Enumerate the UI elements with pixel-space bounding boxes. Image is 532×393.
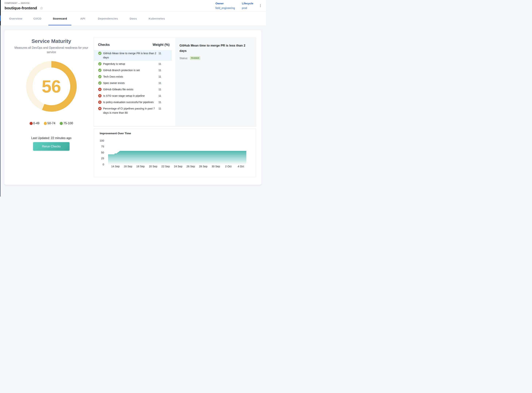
owner-label: Owner	[215, 2, 235, 5]
check-row[interactable]: Is policy evaluation successful for pipe…	[98, 99, 172, 105]
checks-list: Checks Weight (%) GitHub Mean time to me…	[94, 38, 175, 126]
improvement-area-chart: 100755025014 Sep16 Sep18 Sep20 Sep22 Sep…	[94, 129, 256, 177]
check-row[interactable]: Pagerduty is setup 11	[98, 61, 172, 67]
entity-tabbar: Overview CI/CD Scorecard API Dependencie…	[0, 12, 266, 25]
page-header: COMPONENT — SERVICE boutique-frontend Ow…	[0, 0, 266, 12]
legend-dot-amber	[44, 122, 47, 125]
legend-item-amber: 50-74	[44, 122, 55, 125]
lifecycle-meta: Lifecycle prod	[242, 2, 253, 10]
check-row[interactable]: GitHub Mean time to merge PR is less tha…	[94, 50, 172, 61]
collapsed-sidebar-rail	[0, 0, 0, 196]
scorecard-card: Service Maturity Measures all DevOps and…	[4, 30, 261, 185]
sidebar-active-indicator	[0, 15, 1, 21]
weight-column-header: Weight (%)	[153, 43, 170, 47]
check-fail-icon	[98, 94, 101, 98]
tab-scorecard[interactable]: Scorecard	[53, 12, 67, 25]
tab-api[interactable]: API	[80, 12, 85, 25]
scorecard-subtitle: Measures all DevOps and Operational read…	[11, 46, 91, 54]
checks-panel: Checks Weight (%) GitHub Mean time to me…	[94, 38, 256, 126]
rerun-checks-button[interactable]: Rerun Checks	[33, 142, 70, 151]
check-row[interactable]: Is STO scan stage setup in pipeline 11	[98, 93, 172, 99]
score-legend: 0-49 50-74 75-100	[7, 122, 95, 125]
svg-text:26 Sep: 26 Sep	[187, 165, 195, 168]
svg-text:2 Oct: 2 Oct	[225, 165, 232, 168]
collapsed-sidebar-rail-top	[0, 0, 1, 25]
svg-text:25: 25	[101, 157, 104, 160]
check-pass-icon	[98, 69, 101, 72]
service-maturity-section: Service Maturity Measures all DevOps and…	[7, 38, 95, 151]
score-donut-chart: 56	[26, 61, 77, 112]
check-row[interactable]: Spec owner exists 11	[98, 80, 172, 86]
lifecycle-value: prod	[242, 7, 253, 10]
more-options-kebab-icon[interactable]	[259, 3, 262, 8]
status-passed-badge: PASSED	[190, 56, 201, 60]
tab-cicd[interactable]: CI/CD	[33, 12, 41, 25]
tab-kubernetes[interactable]: Kubernetes	[149, 12, 165, 25]
svg-text:4 Oct: 4 Oct	[238, 165, 244, 168]
legend-item-red: 0-49	[30, 122, 40, 125]
score-value: 56	[26, 61, 77, 112]
legend-dot-green	[60, 122, 63, 125]
tab-overview[interactable]: Overview	[9, 12, 22, 25]
scorecard-title: Service Maturity	[7, 38, 95, 44]
owner-meta: Owner field_engineering	[215, 2, 235, 10]
tab-dependencies[interactable]: Dependencies	[98, 12, 118, 25]
check-pass-icon	[98, 62, 101, 65]
svg-text:22 Sep: 22 Sep	[161, 165, 170, 168]
svg-text:0: 0	[103, 163, 104, 166]
svg-text:18 Sep: 18 Sep	[136, 165, 145, 168]
owner-value-link[interactable]: field_engineering	[215, 7, 235, 10]
last-updated-text: Last Updated: 22 minutes ago	[7, 136, 95, 140]
check-row[interactable]: GitHub Gitleaks file exists 11	[98, 86, 172, 93]
check-pass-icon	[98, 75, 101, 78]
check-pass-icon	[98, 81, 101, 85]
svg-text:14 Sep: 14 Sep	[111, 165, 119, 168]
svg-text:28 Sep: 28 Sep	[199, 165, 207, 168]
lifecycle-label: Lifecycle	[242, 2, 253, 5]
check-fail-icon	[98, 107, 101, 110]
check-detail-title: GitHub Mean time to merge PR is less tha…	[179, 43, 249, 54]
check-row[interactable]: Percentage of CI pipelines passing in pa…	[98, 105, 172, 116]
check-row[interactable]: Tech Docs exists 11	[98, 74, 172, 80]
svg-text:30 Sep: 30 Sep	[212, 165, 220, 168]
check-row[interactable]: GitHub Branch protection is set 11	[98, 67, 172, 74]
svg-text:75: 75	[101, 145, 104, 148]
svg-text:24 Sep: 24 Sep	[174, 165, 182, 168]
check-pass-icon	[98, 52, 101, 55]
check-fail-icon	[98, 88, 101, 91]
check-detail-panel: GitHub Mean time to merge PR is less tha…	[175, 38, 256, 126]
check-fail-icon	[98, 101, 101, 104]
svg-text:16 Sep: 16 Sep	[124, 165, 132, 168]
checks-column-header: Checks	[98, 43, 110, 47]
svg-text:50: 50	[101, 151, 104, 154]
svg-text:100: 100	[100, 139, 104, 142]
svg-text:20 Sep: 20 Sep	[149, 165, 157, 168]
legend-item-green: 75-100	[60, 122, 73, 125]
status-label: Status:	[179, 57, 188, 60]
tab-docs[interactable]: Docs	[130, 12, 137, 25]
improvement-panel: Improvement Over Time 100755025014 Sep16…	[94, 128, 256, 177]
legend-dot-red	[30, 122, 33, 125]
